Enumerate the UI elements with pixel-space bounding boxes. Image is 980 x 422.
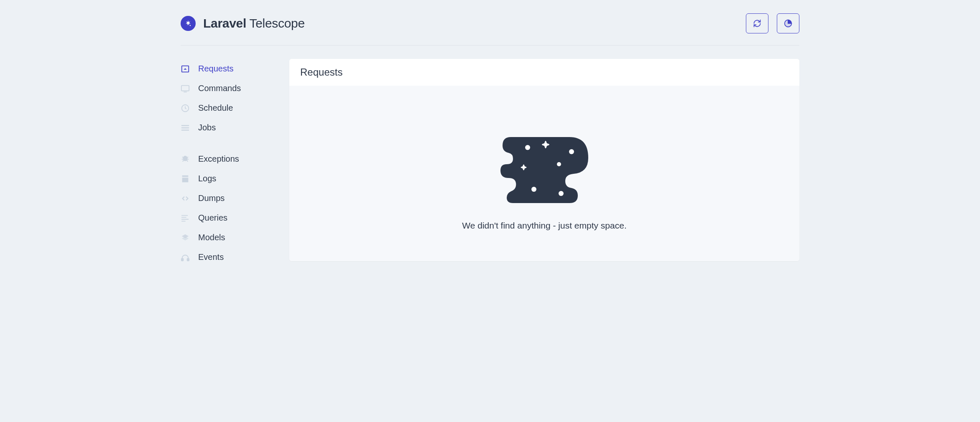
svg-point-29	[557, 162, 561, 166]
events-icon	[181, 253, 190, 262]
svg-marker-22	[182, 236, 189, 240]
header-actions	[746, 13, 799, 33]
svg-line-14	[187, 160, 188, 161]
svg-point-0	[190, 25, 191, 26]
empty-state-text: We didn't find anything - just empty spa…	[462, 221, 627, 231]
dumps-icon	[181, 194, 190, 203]
svg-point-30	[531, 187, 536, 192]
sidebar-item-label: Jobs	[198, 123, 216, 132]
sidebar-item-label: Queries	[198, 213, 227, 223]
sidebar-item-events[interactable]: Events	[181, 247, 273, 267]
dashboard-button[interactable]	[777, 13, 799, 33]
sidebar-item-label: Logs	[198, 174, 216, 183]
logs-icon	[181, 174, 190, 183]
brand-logo-icon	[181, 16, 196, 31]
main-card: Requests We didn't find anything - just …	[289, 59, 799, 261]
svg-point-31	[559, 191, 564, 196]
svg-rect-2	[181, 85, 189, 91]
svg-rect-25	[181, 258, 184, 261]
app-title: Laravel Telescope	[203, 16, 305, 31]
svg-rect-16	[182, 178, 189, 182]
sidebar-item-exceptions[interactable]: Exceptions	[181, 149, 273, 169]
refresh-icon	[753, 19, 761, 28]
sidebar-item-label: Dumps	[198, 193, 225, 203]
sidebar-group-2: Exceptions Logs	[181, 149, 273, 267]
sidebar: Requests Commands	[181, 59, 273, 279]
sidebar-item-logs[interactable]: Logs	[181, 169, 273, 188]
sidebar-item-label: Commands	[198, 84, 241, 93]
requests-icon	[181, 64, 190, 74]
header: Laravel Telescope	[181, 0, 799, 46]
sidebar-item-requests[interactable]: Requests	[181, 59, 273, 79]
svg-rect-15	[182, 175, 189, 177]
svg-point-27	[525, 145, 530, 150]
sidebar-item-label: Models	[198, 233, 225, 242]
main-content: Requests We didn't find anything - just …	[289, 59, 799, 279]
jobs-icon	[181, 123, 190, 132]
commands-icon	[181, 84, 190, 93]
refresh-button[interactable]	[746, 13, 768, 33]
sidebar-group-1: Requests Commands	[181, 59, 273, 137]
sidebar-item-label: Schedule	[198, 103, 233, 113]
exceptions-icon	[181, 155, 190, 164]
sidebar-item-dumps[interactable]: Dumps	[181, 188, 273, 208]
sidebar-item-schedule[interactable]: Schedule	[181, 98, 273, 118]
queries-icon	[181, 214, 190, 223]
sidebar-item-label: Exceptions	[198, 154, 239, 164]
sidebar-item-models[interactable]: Models	[181, 228, 273, 247]
sidebar-item-label: Events	[198, 252, 224, 262]
sidebar-item-label: Requests	[198, 64, 234, 74]
schedule-icon	[181, 104, 190, 113]
empty-state: We didn't find anything - just empty spa…	[289, 86, 799, 261]
sidebar-item-queries[interactable]: Queries	[181, 208, 273, 228]
sidebar-item-commands[interactable]: Commands	[181, 79, 273, 98]
svg-line-13	[183, 160, 184, 161]
sidebar-item-jobs[interactable]: Jobs	[181, 118, 273, 137]
models-icon	[181, 233, 190, 242]
brand[interactable]: Laravel Telescope	[181, 16, 305, 31]
svg-point-28	[569, 149, 574, 154]
pie-chart-icon	[784, 19, 792, 28]
svg-rect-26	[187, 258, 189, 261]
page-title: Requests	[289, 59, 799, 86]
empty-space-icon	[490, 129, 599, 204]
